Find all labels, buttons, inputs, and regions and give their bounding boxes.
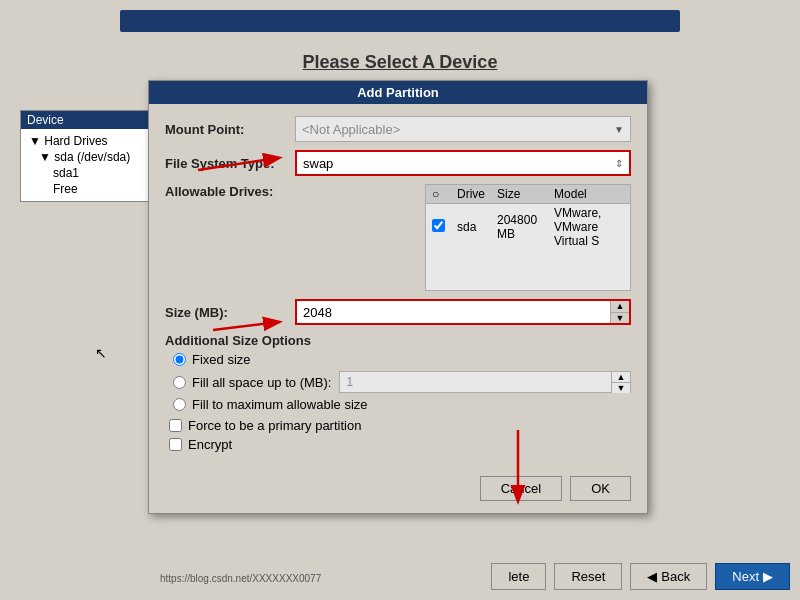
- tree-hard-drives[interactable]: ▼ Hard Drives: [25, 133, 160, 149]
- allowable-drives-label: Allowable Drives:: [165, 184, 295, 291]
- mouse-cursor: ↖: [95, 345, 107, 361]
- fill-up-to-input: [340, 372, 611, 392]
- size-spin-up[interactable]: ▲: [611, 301, 629, 313]
- bottom-bar: lete Reset ◀ Back Next ▶: [491, 563, 790, 590]
- back-arrow-icon: ◀: [647, 569, 657, 584]
- fill-up-spin-up: ▲: [612, 372, 630, 383]
- tree-sda[interactable]: ▼ sda (/dev/sda): [25, 149, 160, 165]
- page-title: Please Select A Device: [20, 52, 780, 73]
- size-row: Size (MB): ▲ ▼: [165, 299, 631, 325]
- drives-table-wrapper: ○ Drive Size Model sda: [425, 184, 631, 291]
- fs-type-arrow-icon: ⇕: [615, 158, 623, 169]
- allowable-drives-section: Allowable Drives: ○ Drive Size Model: [165, 184, 631, 291]
- next-arrow-icon: ▶: [763, 569, 773, 584]
- force-primary-checkbox[interactable]: [169, 419, 182, 432]
- tree-sda1[interactable]: sda1: [25, 165, 160, 181]
- mount-point-row: Mount Point: <Not Applicable> ▼: [165, 116, 631, 142]
- drive-checkbox-cell[interactable]: [426, 204, 451, 251]
- drives-col-size: Size: [491, 185, 548, 204]
- fixed-size-label: Fixed size: [192, 352, 251, 367]
- encrypt-label: Encrypt: [188, 437, 232, 452]
- drives-col-check: ○: [426, 185, 451, 204]
- force-primary-row: Force to be a primary partition: [165, 418, 631, 433]
- add-partition-dialog: Add Partition Mount Point: <Not Applicab…: [148, 80, 648, 514]
- fill-up-to-row: Fill all space up to (MB): ▲ ▼: [165, 371, 631, 393]
- drive-checkbox[interactable]: [432, 219, 445, 232]
- size-input[interactable]: [297, 301, 610, 323]
- next-button[interactable]: Next ▶: [715, 563, 790, 590]
- mount-point-select[interactable]: <Not Applicable> ▼: [295, 116, 631, 142]
- fill-up-to-label: Fill all space up to (MB):: [192, 375, 331, 390]
- additional-options-header: Additional Size Options: [165, 333, 631, 348]
- size-spin-down[interactable]: ▼: [611, 313, 629, 324]
- fs-type-row: File System Type: swap ⇕: [165, 150, 631, 176]
- fill-up-to-radio[interactable]: [173, 376, 186, 389]
- top-bar: [120, 10, 680, 32]
- additional-size-options: Additional Size Options Fixed size Fill …: [165, 333, 631, 412]
- tree-free[interactable]: Free: [25, 181, 160, 197]
- table-row[interactable]: sda 204800 MB VMware, VMware Virtual S: [426, 204, 630, 251]
- device-panel-header: Device: [21, 111, 164, 129]
- size-spin-buttons: ▲ ▼: [610, 301, 629, 323]
- fs-type-select[interactable]: swap ⇕: [295, 150, 631, 176]
- ok-button[interactable]: OK: [570, 476, 631, 501]
- drive-size-cell: 204800 MB: [491, 204, 548, 251]
- back-label: Back: [661, 569, 690, 584]
- fill-up-to-spin-buttons: ▲ ▼: [611, 372, 630, 392]
- mount-point-value: <Not Applicable>: [302, 122, 400, 137]
- fill-max-radio[interactable]: [173, 398, 186, 411]
- delete-button[interactable]: lete: [491, 563, 546, 590]
- fill-up-spin-down: ▼: [612, 383, 630, 393]
- delete-label: lete: [508, 569, 529, 584]
- fixed-size-row: Fixed size: [165, 352, 631, 367]
- encrypt-checkbox[interactable]: [169, 438, 182, 451]
- fill-max-label: Fill to maximum allowable size: [192, 397, 368, 412]
- drive-name-cell: sda: [451, 204, 491, 251]
- drives-col-drive: Drive: [451, 185, 491, 204]
- drive-model-cell: VMware, VMware Virtual S: [548, 204, 630, 251]
- fixed-size-radio[interactable]: [173, 353, 186, 366]
- size-label: Size (MB):: [165, 305, 295, 320]
- back-button[interactable]: ◀ Back: [630, 563, 707, 590]
- fs-type-value: swap: [303, 156, 333, 171]
- drives-col-model: Model: [548, 185, 630, 204]
- fill-up-to-spin: ▲ ▼: [339, 371, 631, 393]
- size-spin-box[interactable]: ▲ ▼: [295, 299, 631, 325]
- dialog-buttons: Cancel OK: [149, 468, 647, 513]
- next-label: Next: [732, 569, 759, 584]
- drives-empty-row: [426, 250, 630, 290]
- dialog-title: Add Partition: [149, 81, 647, 104]
- reset-button[interactable]: Reset: [554, 563, 622, 590]
- left-panel: Device ▼ Hard Drives ▼ sda (/dev/sda) sd…: [20, 110, 165, 202]
- mount-point-label: Mount Point:: [165, 122, 295, 137]
- mount-point-arrow-icon: ▼: [614, 124, 624, 135]
- encrypt-row: Encrypt: [165, 437, 631, 452]
- fs-type-label: File System Type:: [165, 156, 295, 171]
- cancel-button[interactable]: Cancel: [480, 476, 562, 501]
- force-primary-label: Force to be a primary partition: [188, 418, 361, 433]
- drives-table: ○ Drive Size Model sda: [426, 185, 630, 290]
- url-bar: https://blog.csdn.net/XXXXXXX0077: [160, 573, 321, 584]
- fill-max-row: Fill to maximum allowable size: [165, 397, 631, 412]
